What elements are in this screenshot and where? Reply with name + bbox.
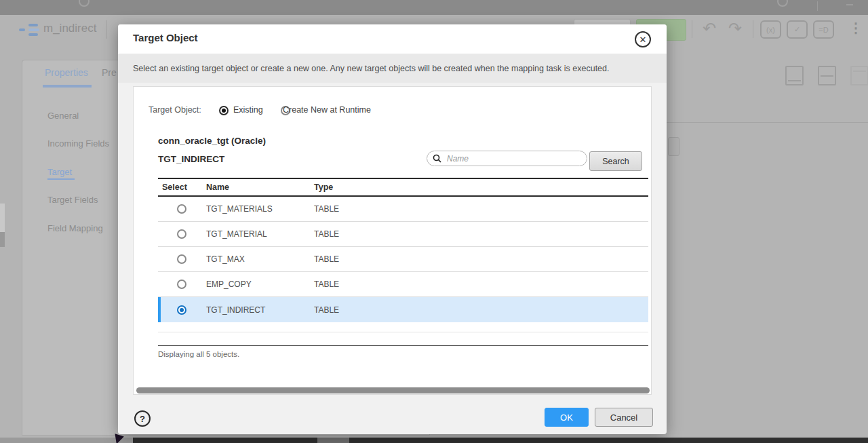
horizontal-scrollbar[interactable] [136, 387, 650, 393]
table-row[interactable]: TGT_MATERIALS TABLE [158, 197, 648, 222]
mapping-title: m_indirect [43, 22, 96, 35]
undo-icon[interactable]: ↶ [703, 18, 716, 39]
search-input[interactable] [446, 153, 570, 164]
app-screen: m_indirect ↶ ↷ (x) ✓ =D ⋮ Properties Pre… [0, 0, 868, 443]
row-name: TGT_MATERIAL [206, 229, 314, 239]
row-type: TABLE [314, 229, 648, 239]
table-end-line [158, 345, 648, 346]
mapping-icon [28, 24, 38, 26]
dialog-description: Select an existing target object or crea… [118, 54, 667, 83]
mapping-icon [19, 28, 25, 31]
column-name: Name [206, 182, 314, 192]
layout-bottom-panel-icon[interactable] [785, 66, 804, 85]
row-name: TGT_MATERIALS [206, 204, 314, 214]
radio-existing[interactable] [219, 106, 229, 115]
table-row[interactable]: TGT_MATERIAL TABLE [158, 222, 648, 247]
help-icon[interactable]: ? [134, 410, 151, 427]
table-row[interactable]: EMP_COPY TABLE [158, 272, 648, 297]
row-type: TABLE [314, 280, 648, 289]
column-select: Select [158, 182, 206, 192]
topbar-user-icon [777, 0, 788, 7]
dialog-title: Target Object [133, 32, 198, 43]
tab-preview[interactable]: Pre [102, 67, 117, 78]
sidebar-item-field-mapping[interactable]: Field Mapping [47, 223, 103, 233]
row-type: TABLE [314, 254, 648, 264]
search-button[interactable]: Search [589, 151, 642, 171]
sidebar-active-underline [47, 178, 75, 180]
object-table: Select Name Type TGT_MATERIALS TABLE TGT… [158, 178, 648, 322]
bottom-bar [133, 438, 868, 443]
sidebar-item-target-fields[interactable]: Target Fields [47, 195, 98, 205]
selected-object-name: TGT_INDIRECT [158, 154, 224, 164]
tab-properties[interactable]: Properties [45, 67, 88, 78]
cancel-button[interactable]: Cancel [595, 408, 653, 427]
connection-name: conn_oracle_tgt (Oracle) [158, 136, 266, 146]
row-radio[interactable] [177, 229, 186, 239]
left-edge-strip [0, 232, 5, 247]
row-radio[interactable] [177, 254, 186, 264]
bottom-bar-segment [317, 438, 349, 443]
more-menu-icon[interactable]: ⋮ [849, 20, 863, 36]
table-row-selected[interactable]: TGT_INDIRECT TABLE [158, 297, 648, 322]
canvas-chip [668, 137, 679, 156]
mapping-icon [28, 28, 39, 31]
topbar-logo-icon [79, 0, 90, 7]
ok-button[interactable]: OK [545, 408, 589, 427]
run-icon[interactable]: =D [813, 20, 834, 39]
left-edge-strip [0, 204, 5, 232]
header-divider [106, 20, 107, 39]
column-type: Type [314, 182, 648, 192]
row-type: TABLE [314, 305, 648, 315]
sidebar-item-incoming-fields[interactable]: Incoming Fields [47, 138, 109, 149]
layout-split-icon[interactable] [818, 66, 836, 85]
row-name: TGT_MAX [206, 254, 314, 264]
table-header: Select Name Type [158, 178, 648, 197]
dialog-header [118, 24, 667, 54]
empty-row-divider [158, 332, 648, 332]
search-field[interactable] [427, 151, 587, 166]
redo-icon[interactable]: ↷ [728, 18, 742, 39]
status-text: Displaying all 5 objects. [158, 350, 239, 358]
toolbar-divider [753, 20, 753, 38]
table-row[interactable]: TGT_MAX TABLE [158, 247, 648, 272]
expression-icon[interactable]: (x) [760, 20, 781, 39]
search-icon [433, 154, 441, 163]
mapping-icon [28, 33, 38, 36]
row-type: TABLE [314, 204, 648, 214]
close-icon[interactable]: ✕ [635, 31, 651, 47]
target-object-dialog: Target Object ✕ Select an existing targe… [118, 24, 667, 434]
layout-top-panel-icon[interactable] [850, 66, 868, 85]
row-name: TGT_INDIRECT [206, 305, 314, 315]
sidebar-item-target[interactable]: Target [47, 167, 72, 177]
target-object-label: Target Object: [149, 105, 201, 115]
row-radio[interactable] [177, 204, 186, 214]
toolbar-divider [692, 20, 692, 38]
topbar-divider [817, 1, 818, 11]
dialog-content-panel: Target Object: Existing Create New at Ru… [133, 86, 652, 395]
row-name: EMP_COPY [206, 280, 314, 289]
tab-active-underline [43, 85, 92, 88]
topbar-menu-icon [846, 4, 853, 5]
validate-icon[interactable]: ✓ [787, 20, 808, 39]
dialog-description-text: Select an existing target object or crea… [133, 64, 610, 73]
app-top-bar [0, 0, 868, 15]
row-radio-selected[interactable] [177, 305, 186, 315]
row-radio[interactable] [177, 280, 186, 289]
radio-existing-label[interactable]: Existing [233, 105, 263, 115]
sidebar-item-general[interactable]: General [47, 111, 79, 121]
radio-create-new-label[interactable]: Create New at Runtime [283, 105, 371, 115]
